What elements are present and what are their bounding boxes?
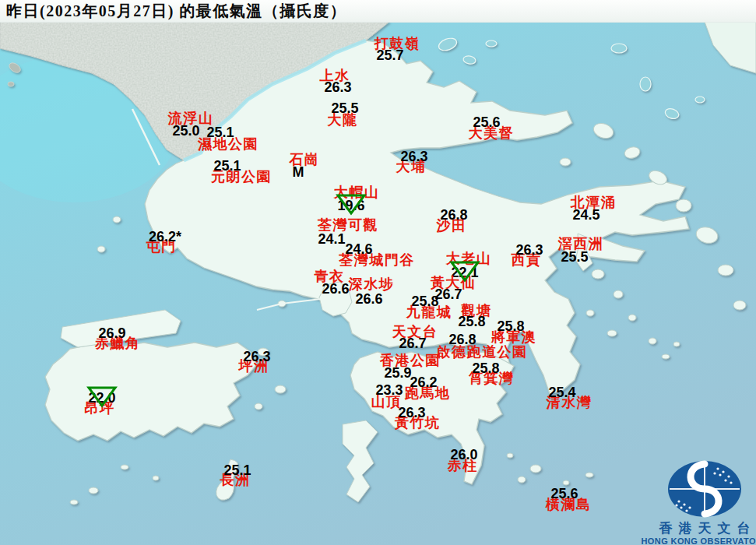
station-value-label: M [293, 164, 304, 181]
station-value-label: 25.7 [376, 47, 403, 64]
station-value-label: 25.6 [550, 486, 578, 502]
station-value-label: 19.6 [337, 198, 364, 214]
station-value-label: 25.8 [497, 318, 524, 335]
title-bar: 昨日(2023年05月27日) 的最低氣溫（攝氏度） [0, 0, 756, 23]
station-value-label: 24.1 [318, 231, 345, 248]
station-value-label: 25.0 [172, 123, 199, 139]
station-value-label: 26.3 [324, 79, 351, 96]
station-value-label: 26.7 [434, 287, 462, 303]
station-value-label: 23.3 [375, 382, 403, 399]
station-value-label: 26.7 [399, 336, 426, 352]
station-value-label: 26.0 [450, 447, 477, 463]
station-value-label: 25.1 [213, 158, 241, 174]
station-value-label: 26.3 [243, 349, 270, 365]
station-value-label: 26.2* [149, 229, 181, 245]
station-value-label: 25.9 [384, 365, 411, 382]
page-title: 昨日(2023年05月27日) 的最低氣溫（攝氏度） [6, 1, 346, 22]
station-value-label: 25.8 [411, 294, 438, 310]
station-value-label: 25.1 [206, 125, 234, 141]
station-value-label: 25.5 [561, 249, 588, 265]
station-value-label: 26.6 [322, 281, 349, 297]
hko-logo: 香港天文台 HONG KONG OBSERVATORY [640, 456, 756, 545]
station-value-label: 26.6 [355, 291, 382, 308]
hko-logo-chinese: 香港天文台 [640, 522, 756, 536]
station-value-label: 25.4 [548, 385, 575, 401]
station-value-label: 25.8 [458, 314, 485, 330]
station-value-label: 22.0 [88, 390, 115, 406]
station-value-label: 26.8 [440, 207, 467, 223]
hko-logo-icon [640, 456, 756, 519]
station-value-label: 26.3 [398, 405, 425, 421]
station-value-label: 26.2 [410, 374, 437, 391]
station-value-label: 26.3 [400, 149, 427, 165]
station-value-label: 25.8 [472, 360, 499, 377]
station-value-label: 26.9 [98, 325, 125, 342]
station-value-label: 24.5 [572, 207, 600, 223]
station-value-label: 24.6 [345, 241, 372, 258]
station-value-label: 25.6 [473, 114, 500, 131]
station-value-label: 25.5 [331, 100, 358, 117]
hko-logo-english: HONG KONG OBSERVATORY [640, 536, 756, 545]
weather-map-screenshot: 昨日(2023年05月27日) 的最低氣溫（攝氏度） 打鼓嶺25.7上水26.3… [0, 0, 756, 545]
station-value-label: 26.8 [448, 332, 476, 348]
station-value-label: 26.3 [515, 242, 543, 258]
station-value-label: 25.1 [223, 462, 251, 479]
